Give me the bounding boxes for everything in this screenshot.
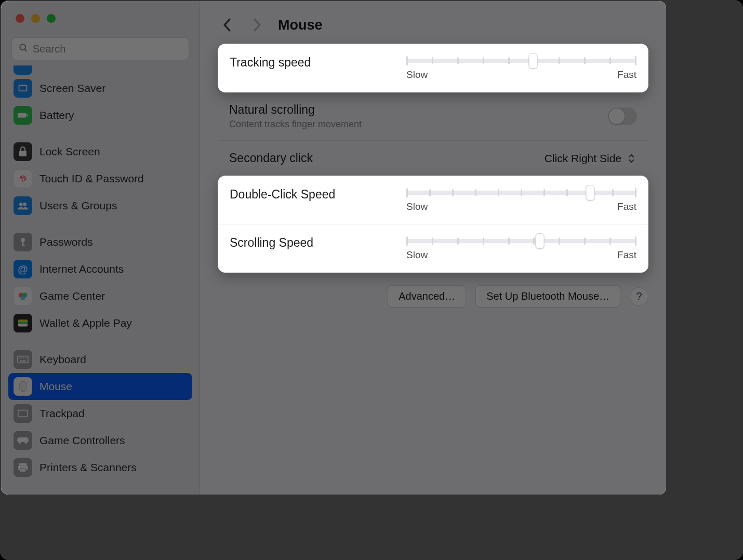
middle-settings-group: Natural scrolling Content tracks finger … bbox=[218, 92, 648, 176]
natural-scrolling-row: Natural scrolling Content tracks finger … bbox=[218, 92, 648, 140]
natural-scrolling-toggle[interactable] bbox=[608, 108, 637, 125]
slider-thumb[interactable] bbox=[586, 185, 595, 201]
fingerprint-icon bbox=[14, 169, 32, 188]
secondary-click-popup[interactable]: Click Right Side bbox=[545, 152, 637, 165]
settings-window: Screen Saver Battery Lock Screen Touch bbox=[1, 1, 666, 495]
slider-low-label: Slow bbox=[406, 69, 428, 81]
sidebar-item-internet-accounts[interactable]: @ Internet Accounts bbox=[8, 256, 192, 283]
forward-button[interactable] bbox=[248, 16, 267, 34]
sidebar-item-game-center[interactable]: Game Center bbox=[8, 283, 192, 310]
lock-icon bbox=[14, 142, 32, 161]
help-button[interactable]: ? bbox=[630, 287, 648, 306]
slider-high-label: Fast bbox=[617, 249, 636, 261]
bottom-button-row: Advanced… Set Up Bluetooth Mouse… ? bbox=[218, 273, 648, 320]
svg-point-8 bbox=[21, 238, 25, 242]
sidebar-item-passwords[interactable]: Passwords bbox=[8, 229, 192, 256]
search-input[interactable] bbox=[33, 43, 182, 55]
svg-line-1 bbox=[25, 49, 27, 51]
sidebar-item-label: Users & Groups bbox=[39, 199, 117, 212]
toggle-knob bbox=[609, 109, 625, 124]
svg-rect-2 bbox=[19, 85, 27, 91]
sidebar-item-label: Lock Screen bbox=[39, 145, 100, 158]
sidebar-item-touch-id[interactable]: Touch ID & Password bbox=[8, 165, 192, 192]
sidebar-item-label: Game Controllers bbox=[39, 434, 125, 447]
sidebar-item-mouse[interactable]: Mouse bbox=[8, 373, 192, 400]
double-click-slider[interactable] bbox=[406, 191, 636, 195]
slider-ticks bbox=[406, 237, 636, 245]
tracking-speed-card: Tracking speed Slow Fast bbox=[218, 44, 648, 92]
sidebar-item-label: Trackpad bbox=[39, 407, 85, 420]
sidebar-item-label: Battery bbox=[39, 109, 74, 122]
slider-ticks bbox=[406, 189, 636, 196]
search-field[interactable] bbox=[11, 37, 189, 60]
back-button[interactable] bbox=[218, 16, 236, 34]
svg-point-0 bbox=[20, 44, 25, 50]
sidebar-item-keyboard[interactable]: Keyboard bbox=[8, 346, 192, 373]
slider-thumb[interactable] bbox=[528, 53, 537, 69]
svg-rect-18 bbox=[20, 361, 26, 362]
main-pane: Mouse Tracking speed Slow bbox=[200, 1, 666, 495]
setup-bluetooth-button[interactable]: Set Up Bluetooth Mouse… bbox=[475, 285, 620, 308]
battery-icon bbox=[14, 106, 32, 125]
slider-low-label: Slow bbox=[406, 201, 428, 212]
sidebar-item-label: Passwords bbox=[39, 236, 93, 248]
window-controls bbox=[1, 1, 200, 23]
sidebar: Screen Saver Battery Lock Screen Touch bbox=[1, 1, 200, 495]
svg-point-19 bbox=[19, 357, 20, 358]
advanced-button[interactable]: Advanced… bbox=[388, 285, 466, 308]
mouse-icon bbox=[14, 377, 32, 396]
secondary-click-label: Secondary click bbox=[229, 151, 545, 165]
sidebar-item-trackpad[interactable]: Trackpad bbox=[8, 400, 192, 427]
double-click-label: Double-Click Speed bbox=[230, 188, 406, 202]
wallet-icon bbox=[14, 314, 32, 332]
svg-point-6 bbox=[19, 203, 22, 206]
zoom-window-button[interactable] bbox=[47, 14, 56, 23]
tracking-speed-slider[interactable] bbox=[406, 59, 636, 63]
page-title: Mouse bbox=[278, 17, 323, 33]
sidebar-item-label: Printers & Scanners bbox=[39, 461, 137, 474]
svg-rect-10 bbox=[22, 245, 25, 246]
speed-card: Double-Click Speed Slow Fast bbox=[218, 176, 648, 273]
svg-point-21 bbox=[23, 357, 24, 358]
svg-point-7 bbox=[23, 203, 26, 206]
sidebar-item-wallet[interactable]: Wallet & Apple Pay bbox=[8, 310, 192, 337]
controller-icon bbox=[14, 431, 32, 450]
sidebar-item-label: Touch ID & Password bbox=[39, 172, 144, 185]
svg-rect-5 bbox=[19, 151, 26, 156]
svg-rect-24 bbox=[18, 410, 28, 417]
svg-rect-23 bbox=[19, 381, 26, 392]
sidebar-list[interactable]: Screen Saver Battery Lock Screen Touch bbox=[1, 65, 200, 495]
slider-high-label: Fast bbox=[617, 201, 636, 212]
svg-rect-4 bbox=[26, 114, 28, 117]
scrolling-speed-slider[interactable] bbox=[406, 239, 636, 243]
trackpad-icon bbox=[14, 404, 32, 423]
printer-icon bbox=[14, 458, 32, 477]
at-icon: @ bbox=[14, 260, 32, 278]
keyboard-icon bbox=[14, 350, 32, 369]
svg-rect-17 bbox=[18, 356, 28, 363]
slider-thumb[interactable] bbox=[535, 233, 544, 249]
minimize-window-button[interactable] bbox=[31, 14, 40, 23]
slider-low-label: Slow bbox=[406, 249, 428, 261]
svg-point-13 bbox=[20, 296, 25, 300]
sidebar-item-battery[interactable]: Battery bbox=[8, 102, 192, 129]
natural-scrolling-sub: Content tracks finger movement bbox=[229, 119, 608, 130]
scrolling-speed-label: Scrolling Speed bbox=[230, 236, 406, 250]
sidebar-item-partial[interactable] bbox=[14, 65, 187, 75]
sidebar-item-game-controllers[interactable]: Game Controllers bbox=[8, 427, 192, 454]
display-icon bbox=[14, 65, 32, 75]
close-window-button[interactable] bbox=[16, 14, 24, 23]
natural-scrolling-label: Natural scrolling bbox=[229, 103, 608, 117]
sidebar-item-printers[interactable]: Printers & Scanners bbox=[8, 454, 192, 481]
secondary-click-row: Secondary click Click Right Side bbox=[218, 140, 648, 176]
slider-ticks bbox=[406, 57, 636, 64]
chevron-up-down-icon bbox=[626, 152, 637, 165]
svg-rect-3 bbox=[18, 113, 26, 117]
tracking-speed-label: Tracking speed bbox=[230, 56, 406, 70]
sidebar-item-users-groups[interactable]: Users & Groups bbox=[8, 192, 192, 219]
sidebar-item-label: Mouse bbox=[39, 380, 72, 393]
sidebar-item-lock-screen[interactable]: Lock Screen bbox=[8, 138, 192, 165]
svg-rect-25 bbox=[19, 463, 27, 466]
sidebar-item-screen-saver[interactable]: Screen Saver bbox=[8, 75, 192, 102]
search-icon bbox=[18, 43, 33, 55]
